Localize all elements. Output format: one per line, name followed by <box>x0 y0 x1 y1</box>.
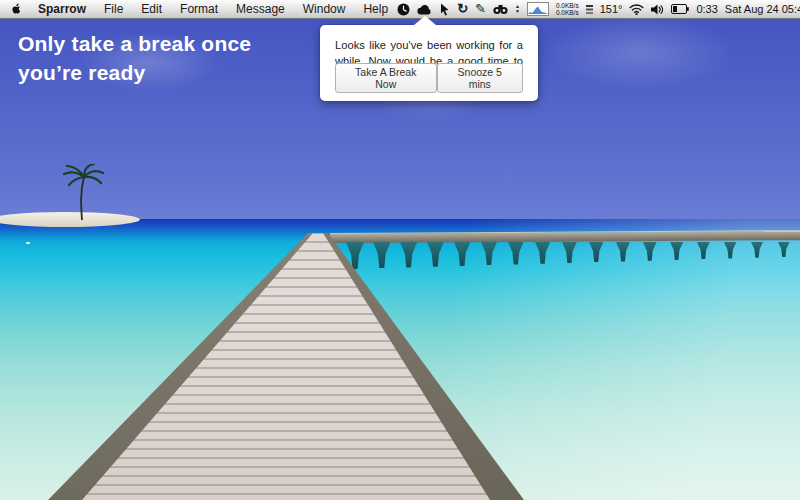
popup-callout-arrow <box>414 16 436 25</box>
refresh-icon[interactable]: ↻ <box>457 0 468 18</box>
menu-edit[interactable]: Edit <box>132 0 171 18</box>
menu-help[interactable]: Help <box>354 0 397 18</box>
popup-buttons: Take A Break Now Snooze 5 mins <box>335 63 523 93</box>
menu-bar-clock[interactable]: Sat Aug 24 05:45 PM <box>725 3 800 15</box>
snooze-button[interactable]: Snooze 5 mins <box>437 63 523 93</box>
menu-bar-status: ↻ ✎ ▲▼ 0.0KB/s 0.0KB/s <box>397 0 800 18</box>
break-reminder-popup: Looks like you've been working for a whi… <box>320 25 538 101</box>
cpu-graph-icon[interactable] <box>527 2 549 16</box>
cursor-icon[interactable] <box>439 0 450 18</box>
battery-time[interactable]: 0:33 <box>696 3 717 15</box>
apple-menu[interactable] <box>10 2 29 16</box>
palm-tree <box>60 164 106 226</box>
updown-arrows-icon: ▲▼ <box>515 4 520 14</box>
wallpaper-headline: Only take a break once you’re ready <box>18 30 251 88</box>
net-up-value: 0.0KB/s <box>556 2 579 9</box>
menu-format[interactable]: Format <box>171 0 227 18</box>
apple-logo-icon <box>10 2 23 16</box>
break-timer-clock-icon[interactable] <box>397 0 410 18</box>
network-speed-readout[interactable]: 0.0KB/s 0.0KB/s <box>556 2 579 16</box>
menu-sparrow[interactable]: Sparrow <box>29 0 95 18</box>
distant-boat <box>26 242 30 244</box>
headline-line1: Only take a break once <box>18 30 251 59</box>
menu-window[interactable]: Window <box>294 0 355 18</box>
take-break-button[interactable]: Take A Break Now <box>335 63 437 93</box>
menu-bar: Sparrow File Edit Format Message Window … <box>0 0 800 19</box>
menu-file[interactable]: File <box>95 0 132 18</box>
pen-icon[interactable]: ✎ <box>475 0 486 18</box>
menu-bar-left: Sparrow File Edit Format Message Window … <box>0 0 397 18</box>
wifi-icon[interactable] <box>629 0 644 18</box>
battery-icon[interactable] <box>671 0 689 18</box>
temperature-value[interactable]: 151° <box>600 3 623 15</box>
net-down-value: 0.0KB/s <box>556 9 579 16</box>
volume-icon[interactable] <box>651 0 664 18</box>
binoculars-icon[interactable] <box>493 0 508 18</box>
menu-message[interactable]: Message <box>227 0 294 18</box>
headline-line2: you’re ready <box>18 59 251 88</box>
temperature-icon <box>586 0 593 18</box>
